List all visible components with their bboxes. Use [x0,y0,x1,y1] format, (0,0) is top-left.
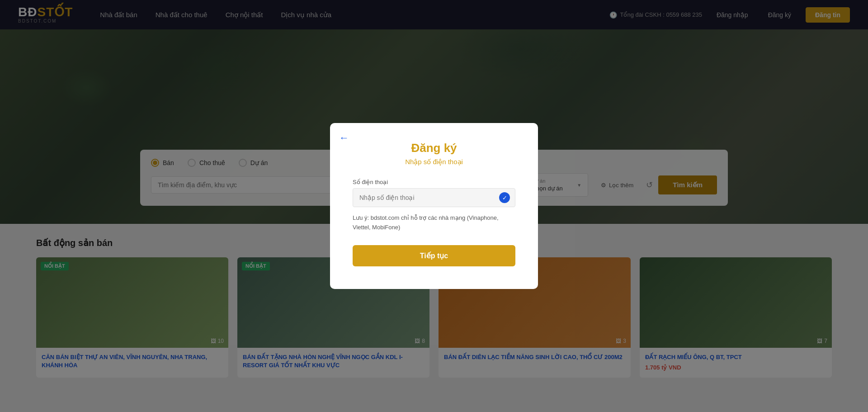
submit-button[interactable]: Tiếp tục [353,245,515,266]
register-modal: ← Đăng ký Nhập số điện thoại Số điện tho… [330,123,538,289]
modal-note: Lưu ý: bdstot.com chỉ hỗ trợ các nhà mạn… [353,213,515,232]
modal-overlay[interactable]: ← Đăng ký Nhập số điện thoại Số điện tho… [0,0,868,412]
phone-input[interactable] [353,188,515,207]
modal-subtitle: Nhập số điện thoại [353,158,515,166]
modal-back-button[interactable]: ← [339,132,349,144]
phone-label: Số điện thoại [353,179,515,185]
check-icon: ✓ [499,192,510,203]
phone-input-wrap: ✓ [353,188,515,207]
modal-title: Đăng ký [353,141,515,155]
